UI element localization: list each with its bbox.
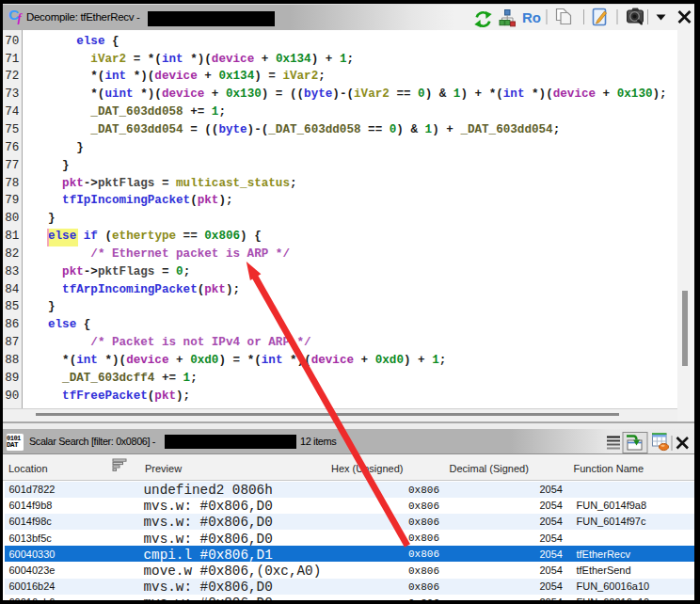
svg-text:Ro: Ro: [522, 9, 541, 25]
